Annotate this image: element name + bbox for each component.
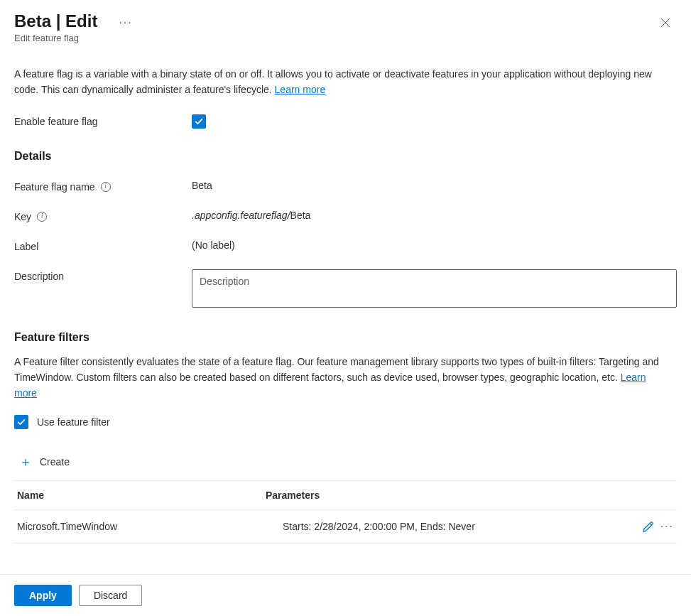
description-input[interactable] [192,269,677,308]
close-icon [660,17,671,28]
label-label: Label [14,239,192,252]
edit-filter-button[interactable] [642,520,655,533]
feature-flag-name-value: Beta [192,180,677,191]
intro-learn-more-link[interactable]: Learn more [275,84,326,95]
filters-table: Name Parameters Microsoft.TimeWindow Sta… [14,481,677,544]
info-icon[interactable] [37,212,47,222]
apply-button[interactable]: Apply [14,585,72,606]
filter-more-icon[interactable]: ··· [660,521,674,532]
enable-feature-flag-label: Enable feature flag [14,114,192,127]
info-icon[interactable] [101,182,111,192]
filter-parameters: Starts: 2/28/2024, 2:00:00 PM, Ends: Nev… [266,521,624,532]
plus-icon: ＋ [18,453,33,470]
feature-flag-name-label: Feature flag name [14,181,95,193]
description-label: Description [14,269,192,282]
header-more-icon[interactable]: ··· [119,17,132,28]
details-heading: Details [14,150,677,163]
close-button[interactable] [657,14,674,33]
use-feature-filter-checkbox[interactable] [14,415,28,429]
label-value: (No label) [192,239,677,251]
feature-filters-heading: Feature filters [14,331,677,344]
table-row: Microsoft.TimeWindow Starts: 2/28/2024, … [14,510,677,544]
key-value: .appconfig.featureflag/Beta [192,210,677,221]
feature-filters-intro: A Feature filter consistently evaluates … [14,354,668,401]
filters-intro-body: A Feature filter consistently evaluates … [14,356,659,383]
key-label: Key [14,211,31,222]
intro-body: A feature flag is a variable with a bina… [14,68,652,95]
use-feature-filter-label: Use feature filter [37,416,110,428]
checkmark-icon [16,417,26,427]
column-header-name: Name [17,490,266,501]
discard-button[interactable]: Discard [79,585,142,606]
footer: Apply Discard [0,574,691,616]
enable-feature-flag-checkbox[interactable] [192,114,206,129]
page-subtitle: Edit feature flag [14,33,657,43]
key-prefix: .appconfig.featureflag/ [192,210,290,221]
key-suffix: Beta [290,210,311,221]
column-header-parameters: Parameters [266,490,624,501]
create-label: Create [40,456,70,468]
checkmark-icon [194,117,204,126]
page-title: Beta | Edit [14,11,97,31]
create-filter-button[interactable]: ＋ Create [14,449,677,480]
intro-text: A feature flag is a variable with a bina… [14,66,660,97]
filter-name: Microsoft.TimeWindow [17,521,266,532]
pencil-icon [642,520,655,533]
